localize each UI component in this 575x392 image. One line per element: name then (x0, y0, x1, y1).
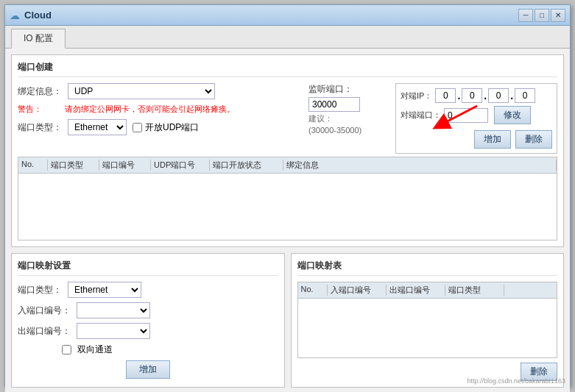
col-type: 端口类型 (48, 160, 99, 171)
mapping-type-select[interactable]: Ethernet (68, 282, 141, 298)
bidirectional-row: 双向通道 (62, 343, 278, 356)
out-port-label: 出端口编号： (18, 325, 71, 338)
map-col-out: 出端口编号 (387, 285, 445, 296)
bind-info-select[interactable]: UDP (68, 83, 215, 99)
modify-button[interactable]: 修改 (494, 106, 531, 124)
red-arrow-icon (426, 104, 484, 131)
remote-ip-label: 对端IP： (401, 90, 432, 101)
tab-bar: IO 配置 (5, 26, 570, 49)
port-mapping-table-section: 端口映射表 No. 入端口编号 出端口编号 端口类型 删除 (291, 253, 565, 388)
ip-dot-0: . (457, 90, 460, 101)
port-table: No. 端口类型 端口编号 UDP端口号 端口开放状态 绑定信息 (18, 157, 557, 240)
mapping-type-label: 端口类型： (18, 284, 62, 296)
warning-text: 请勿绑定公网网卡，否则可能会引起网络瘫痪。 (65, 104, 235, 115)
suggest-label: 建议： (308, 113, 333, 124)
table-body (18, 174, 557, 240)
port-mapping-settings-section: 端口映射设置 端口类型： Ethernet 入端口编号： 出端口编号： (11, 253, 285, 388)
ip-boxes: . . . (435, 88, 535, 103)
table-header: No. 端口类型 端口编号 UDP端口号 端口开放状态 绑定信息 (18, 157, 557, 174)
listen-port-input[interactable] (308, 97, 360, 112)
maximize-button[interactable]: □ (535, 9, 549, 22)
minimize-button[interactable]: ─ (518, 9, 533, 22)
warning-row: 警告： 请勿绑定公网网卡，否则可能会引起网络瘫痪。 (18, 104, 303, 115)
port-mapping-settings-title: 端口映射设置 (18, 260, 278, 276)
title-bar-left: ☁ Cloud (10, 10, 52, 21)
add-delete-buttons: 增加 删除 (401, 130, 552, 149)
col-port-num: 端口编号 (99, 160, 151, 171)
ip-box-0[interactable] (435, 88, 456, 103)
listen-port-section: 监听端口： 建议： (30000-35000) (308, 83, 389, 154)
port-type-label: 端口类型： (18, 121, 62, 134)
bind-info-row: 绑定信息： UDP (18, 83, 303, 99)
in-port-label: 入端口编号： (18, 304, 71, 317)
cloud-icon: ☁ (10, 10, 20, 21)
col-no: No. (18, 160, 48, 171)
svg-line-0 (440, 106, 477, 125)
remote-ip-row: 对端IP： . . . (401, 88, 552, 103)
ip-dot-2: . (510, 90, 513, 101)
listen-port-row: 监听端口： 建议： (30000-35000) (308, 83, 389, 135)
ip-box-2[interactable] (488, 88, 509, 103)
mapping-add-button[interactable]: 增加 (126, 360, 170, 379)
mapping-type-row: 端口类型： Ethernet (18, 282, 278, 298)
mapping-add-wrap: 增加 (18, 360, 278, 379)
out-port-row: 出端口编号： (18, 323, 278, 339)
main-window: ☁ Cloud ─ □ ✕ IO 配置 端口创建 绑定信息： UDP (4, 4, 571, 387)
ip-box-1[interactable] (462, 88, 482, 103)
in-port-select[interactable] (77, 302, 150, 318)
port-type-row: 端口类型： Ethernet 开放UDP端口 (18, 119, 303, 135)
title-buttons: ─ □ ✕ (518, 9, 565, 22)
port-type-select[interactable]: Ethernet (68, 119, 127, 135)
bottom-sections: 端口映射设置 端口类型： Ethernet 入端口编号： 出端口编号： (11, 253, 564, 392)
title-bar: ☁ Cloud ─ □ ✕ (5, 5, 570, 26)
port-create-section: 端口创建 绑定信息： UDP 警告： 请勿绑定公网网卡，否则可能会引起网络瘫痪。 (11, 54, 564, 247)
col-status: 端口开放状态 (210, 160, 283, 171)
port-create-top: 绑定信息： UDP 警告： 请勿绑定公网网卡，否则可能会引起网络瘫痪。 端口类型… (18, 83, 557, 154)
left-form: 绑定信息： UDP 警告： 请勿绑定公网网卡，否则可能会引起网络瘫痪。 端口类型… (18, 83, 303, 154)
in-port-row: 入端口编号： (18, 302, 278, 318)
mapping-table-header: No. 入端口编号 出端口编号 端口类型 (298, 282, 557, 299)
listen-port-label: 监听端口： (308, 83, 353, 96)
col-udp-port: UDP端口号 (151, 160, 210, 171)
main-content: 端口创建 绑定信息： UDP 警告： 请勿绑定公网网卡，否则可能会引起网络瘫痪。 (5, 49, 570, 392)
udp-checkbox-wrap: 开放UDP端口 (133, 121, 199, 134)
bind-info-label: 绑定信息： (18, 85, 62, 98)
map-col-in: 入端口编号 (328, 285, 387, 296)
close-button[interactable]: ✕ (551, 9, 565, 22)
mapping-table-body (298, 299, 557, 357)
out-port-select[interactable] (77, 323, 150, 339)
suggest-value: (30000-35000) (308, 126, 361, 135)
window-title: Cloud (24, 10, 52, 21)
port-mapping-table-title: 端口映射表 (297, 260, 558, 276)
mapping-table: No. 入端口编号 出端口编号 端口类型 (297, 282, 558, 358)
add-button[interactable]: 增加 (474, 130, 511, 149)
udp-checkbox-label: 开放UDP端口 (145, 121, 199, 134)
footer-url: http://blog.csdn.net/bakarabt1163 (467, 377, 565, 385)
map-col-type: 端口类型 (445, 285, 504, 296)
warning-prefix: 警告： (18, 104, 59, 115)
col-bind-info: 绑定信息 (283, 160, 557, 171)
bidirectional-label: 双向通道 (77, 343, 113, 356)
delete-button[interactable]: 删除 (515, 130, 552, 149)
tab-io-config[interactable]: IO 配置 (11, 29, 66, 49)
ip-box-3[interactable] (515, 88, 535, 103)
port-create-title: 端口创建 (18, 61, 557, 77)
remote-section: 对端IP： . . . 对端端口： (395, 83, 557, 154)
bidirectional-checkbox[interactable] (62, 345, 71, 354)
map-col-no: No. (298, 285, 328, 296)
ip-dot-1: . (484, 90, 487, 101)
udp-checkbox[interactable] (133, 123, 142, 132)
